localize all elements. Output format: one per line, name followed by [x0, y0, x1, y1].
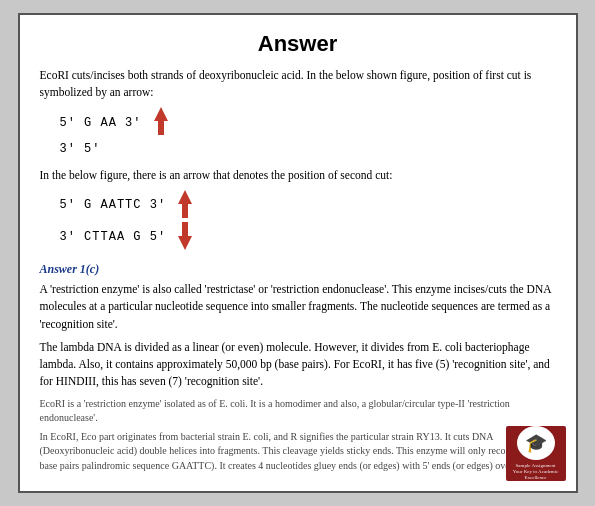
para1: A 'restriction enzyme' is also called 'r… [40, 281, 556, 333]
seq1-row1: 5' G AA 3' [60, 113, 142, 135]
para2: The lambda DNA is divided as a linear (o… [40, 339, 556, 391]
sequence-block-2: 5' G AATTC 3' 3' CTTAA G 5' [60, 190, 556, 254]
para4: In EcoRI, Eco part originates from bacte… [40, 430, 556, 474]
second-cut-text: In the below figure, there is an arrow t… [40, 167, 556, 184]
seq1-row2: 3' 5' [60, 139, 556, 161]
logo-figure-icon: 🎓 [525, 432, 547, 454]
seq2-row1: 5' G AATTC 3' [60, 195, 167, 217]
arrow-up-icon-1 [174, 222, 196, 254]
svg-marker-1 [178, 190, 192, 218]
arrow-down-icon-2 [174, 190, 196, 222]
seq2-row2-container: 3' CTTAA G 5' [60, 222, 556, 254]
seq1-row1-container: 5' G AA 3' [60, 107, 556, 139]
page-title: Answer [40, 31, 556, 57]
brand-logo: 🎓 Sample AssignmentYour Key to Academic … [506, 426, 566, 481]
intro-text: EcoRI cuts/incises both strands of deoxy… [40, 67, 556, 102]
seq2-row2: 3' CTTAA G 5' [60, 227, 167, 249]
page-container: Answer EcoRI cuts/incises both strands o… [18, 13, 578, 493]
arrow-down-icon-1 [150, 107, 172, 139]
logo-circle: 🎓 [517, 426, 555, 460]
sequence-block-1: 5' G AA 3' 3' 5' [60, 107, 556, 161]
logo-text: Sample AssignmentYour Key to Academic Ex… [506, 463, 566, 481]
seq2-row1-container: 5' G AATTC 3' [60, 190, 556, 222]
para3: EcoRI is a 'restriction enzyme' isolated… [40, 397, 556, 426]
svg-marker-0 [154, 107, 168, 135]
answer-1c-label: Answer 1(c) [40, 262, 556, 277]
svg-marker-2 [178, 222, 192, 250]
